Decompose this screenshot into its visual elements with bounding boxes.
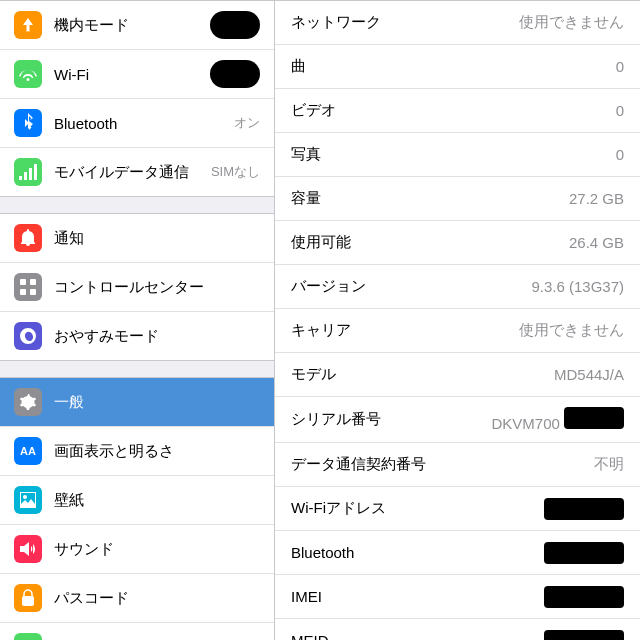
sound-icon <box>14 535 42 563</box>
serial-partial: DKVM700 <box>491 415 564 432</box>
bluetooth-value: オン <box>234 114 260 132</box>
obscured-wifiaddr: ●●●●●●● <box>544 498 624 520</box>
cellular-label: モバイルデータ通信 <box>54 163 203 182</box>
svg-point-8 <box>23 495 27 499</box>
info-value-serial: DKVM700 <box>491 407 624 432</box>
settings-item-wifi[interactable]: Wi-Fi <box>0 50 274 99</box>
svg-rect-4 <box>20 279 26 285</box>
info-group: ネットワーク使用できません曲0ビデオ0写真0容量27.2 GB使用可能26.4 … <box>275 0 640 640</box>
info-row-datanum: データ通信契約番号不明 <box>275 443 640 487</box>
notification-icon <box>14 224 42 252</box>
settings-item-battery[interactable]: バッテリー <box>0 623 274 640</box>
settings-item-passcode[interactable]: パスコード <box>0 574 274 623</box>
svg-rect-2 <box>29 168 32 180</box>
bluetooth-label: Bluetooth <box>54 115 226 132</box>
settings-group-1: 通知コントロールセンターおやすみモード <box>0 213 274 361</box>
airplane-toggle[interactable] <box>210 11 260 39</box>
info-label-meid: MEID <box>291 632 329 640</box>
settings-group-2: 一般AA画面表示と明るさ壁紙サウンドパスコードバッテリープライバシー <box>0 377 274 640</box>
info-label-available: 使用可能 <box>291 233 351 252</box>
info-row-available: 使用可能26.4 GB <box>275 221 640 265</box>
settings-item-general[interactable]: 一般 <box>0 378 274 427</box>
notification-label: 通知 <box>54 229 260 248</box>
info-value-datanum: 不明 <box>594 455 624 474</box>
airplane-label: 機内モード <box>54 16 202 35</box>
info-row-version: バージョン9.3.6 (13G37) <box>275 265 640 309</box>
info-label-carrier: キャリア <box>291 321 351 340</box>
donotdisturb-label: おやすみモード <box>54 327 260 346</box>
wifi-icon <box>14 60 42 88</box>
left-panel: 機内モードWi-FiBluetoothオンモバイルデータ通信SIMなし通知コント… <box>0 0 275 640</box>
general-icon <box>14 388 42 416</box>
info-label-bluetooth: Bluetooth <box>291 544 354 561</box>
info-value-network: 使用できません <box>519 13 624 32</box>
cellular-value: SIMなし <box>211 163 260 181</box>
info-label-network: ネットワーク <box>291 13 381 32</box>
svg-rect-1 <box>24 172 27 180</box>
svg-rect-5 <box>30 279 36 285</box>
settings-group-0: 機内モードWi-FiBluetoothオンモバイルデータ通信SIMなし <box>0 0 274 197</box>
settings-item-donotdisturb[interactable]: おやすみモード <box>0 312 274 360</box>
info-value-songs: 0 <box>616 58 624 75</box>
info-label-imei: IMEI <box>291 588 322 605</box>
settings-item-sound[interactable]: サウンド <box>0 525 274 574</box>
info-row-capacity: 容量27.2 GB <box>275 177 640 221</box>
info-row-meid: MEID●●●●●●● <box>275 619 640 640</box>
wallpaper-label: 壁紙 <box>54 491 260 510</box>
info-row-carrier: キャリア使用できません <box>275 309 640 353</box>
info-label-serial: シリアル番号 <box>291 410 381 429</box>
svg-rect-0 <box>19 176 22 180</box>
info-label-photos: 写真 <box>291 145 321 164</box>
right-panel: ネットワーク使用できません曲0ビデオ0写真0容量27.2 GB使用可能26.4 … <box>275 0 640 640</box>
info-row-wifiaddr: Wi-Fiアドレス●●●●●●● <box>275 487 640 531</box>
obscured-meid: ●●●●●●● <box>544 630 624 641</box>
info-row-serial: シリアル番号DKVM700 <box>275 397 640 443</box>
controlcenter-label: コントロールセンター <box>54 278 260 297</box>
obscured-imei: ●●●●●●● <box>544 586 624 608</box>
info-value-bluetooth: ●●●●●●● <box>544 542 624 564</box>
wifi-label: Wi-Fi <box>54 66 202 83</box>
settings-item-controlcenter[interactable]: コントロールセンター <box>0 263 274 312</box>
info-value-version: 9.3.6 (13G37) <box>531 278 624 295</box>
wallpaper-icon <box>14 486 42 514</box>
info-value-carrier: 使用できません <box>519 321 624 340</box>
info-label-wifiaddr: Wi-Fiアドレス <box>291 499 386 518</box>
settings-item-airplane[interactable]: 機内モード <box>0 1 274 50</box>
info-row-photos: 写真0 <box>275 133 640 177</box>
info-value-photos: 0 <box>616 146 624 163</box>
info-row-songs: 曲0 <box>275 45 640 89</box>
info-label-capacity: 容量 <box>291 189 321 208</box>
airplane-icon <box>14 11 42 39</box>
passcode-label: パスコード <box>54 589 260 608</box>
info-row-video: ビデオ0 <box>275 89 640 133</box>
battery-icon <box>14 633 42 640</box>
settings-item-display[interactable]: AA画面表示と明るさ <box>0 427 274 476</box>
serial-obscured <box>564 407 624 429</box>
info-value-wifiaddr: ●●●●●●● <box>544 498 624 520</box>
settings-item-notification[interactable]: 通知 <box>0 214 274 263</box>
info-row-network: ネットワーク使用できません <box>275 1 640 45</box>
svg-rect-6 <box>20 289 26 295</box>
info-row-imei: IMEI●●●●●●● <box>275 575 640 619</box>
info-label-songs: 曲 <box>291 57 306 76</box>
settings-item-cellular[interactable]: モバイルデータ通信SIMなし <box>0 148 274 196</box>
wifi-value <box>210 60 260 88</box>
display-icon: AA <box>14 437 42 465</box>
general-label: 一般 <box>54 393 260 412</box>
info-row-model: モデルMD544J/A <box>275 353 640 397</box>
settings-item-wallpaper[interactable]: 壁紙 <box>0 476 274 525</box>
display-label: 画面表示と明るさ <box>54 442 260 461</box>
info-label-model: モデル <box>291 365 336 384</box>
info-value-available: 26.4 GB <box>569 234 624 251</box>
svg-rect-3 <box>34 164 37 180</box>
settings-item-bluetooth[interactable]: Bluetoothオン <box>0 99 274 148</box>
info-value-video: 0 <box>616 102 624 119</box>
bluetooth-icon <box>14 109 42 137</box>
cellular-icon <box>14 158 42 186</box>
controlcenter-icon <box>14 273 42 301</box>
info-row-bluetooth: Bluetooth●●●●●●● <box>275 531 640 575</box>
svg-rect-7 <box>30 289 36 295</box>
sound-label: サウンド <box>54 540 260 559</box>
info-label-version: バージョン <box>291 277 366 296</box>
info-value-meid: ●●●●●●● <box>544 630 624 641</box>
